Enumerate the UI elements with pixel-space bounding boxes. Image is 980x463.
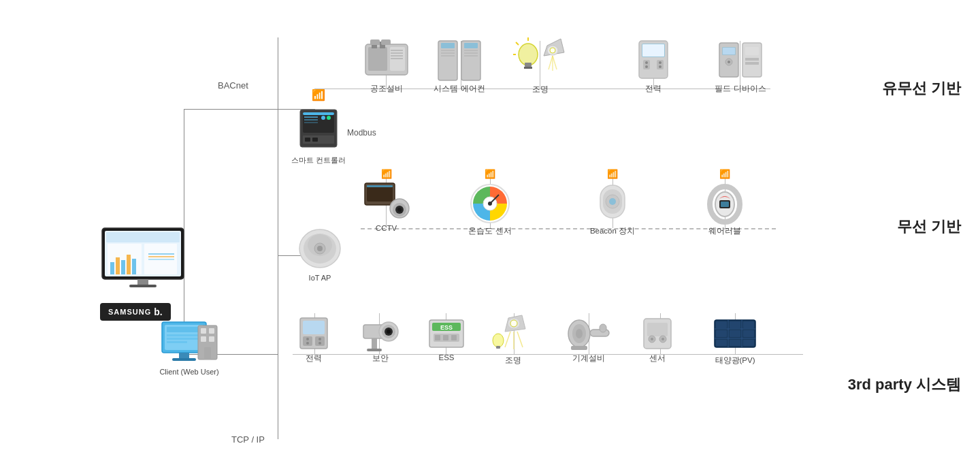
svg-line-70 (516, 42, 519, 45)
device-hvac: 공조설비 (361, 37, 412, 94)
svg-rect-114 (721, 202, 729, 207)
tp-device-ess: ESS ESS (422, 315, 471, 362)
svg-rect-8 (127, 255, 131, 274)
svg-rect-52 (391, 50, 403, 51)
svg-rect-90 (723, 48, 735, 54)
client-label: Client (Web User) (159, 368, 218, 376)
svg-point-110 (609, 198, 616, 205)
svg-rect-59 (441, 52, 455, 54)
svg-text:ESS: ESS (440, 324, 453, 331)
samsung-symbol: b. (154, 306, 162, 317)
device-beacon: 📶 Beacon 장치 (584, 169, 641, 236)
tp-device-solar: 태양광(PV) (708, 315, 762, 366)
svg-rect-64 (441, 43, 455, 48)
svg-rect-97 (367, 185, 393, 202)
svg-rect-116 (303, 321, 325, 334)
device-cctv: 📶 CCTV (361, 169, 412, 232)
svg-rect-18 (304, 116, 318, 118)
svg-rect-63 (464, 55, 478, 57)
svg-rect-135 (443, 335, 448, 340)
hvac-label: 공조설비 (370, 84, 403, 94)
device-power: 전력 (626, 37, 681, 94)
device-temp-sensor: 📶 온습도 센서 (463, 169, 517, 236)
beacon-label: Beacon 장치 (590, 226, 635, 236)
svg-rect-165 (716, 330, 727, 337)
svg-rect-80 (642, 44, 664, 57)
temp-sensor-label: 온습도 센서 (468, 226, 511, 236)
svg-rect-129 (367, 349, 382, 351)
wifi-icon-controller: 📶 (312, 89, 325, 101)
svg-rect-65 (464, 43, 478, 48)
svg-rect-42 (201, 336, 206, 342)
svg-point-86 (659, 65, 662, 68)
device-field: 필드 디바이스 (713, 37, 768, 94)
main-vertical-line (278, 37, 278, 439)
lighting-label: 조명 (532, 84, 549, 95)
tp-mechanical-label: 기계설비 (572, 353, 605, 364)
svg-rect-50 (370, 39, 380, 45)
svg-point-30 (317, 246, 323, 251)
top-cross-line (184, 109, 278, 110)
svg-point-85 (659, 61, 662, 64)
svg-point-122 (318, 342, 321, 345)
svg-rect-7 (121, 260, 125, 274)
svg-rect-166 (730, 330, 740, 337)
modbus-label: Modbus (347, 128, 376, 138)
svg-rect-43 (209, 336, 214, 342)
tp-device-mechanical: 기계설비 (561, 315, 616, 364)
tp-solar-label: 태양광(PV) (715, 355, 755, 366)
svg-rect-33 (167, 327, 201, 332)
power-label: 전력 (645, 84, 662, 94)
tp-device-security: 보안 (356, 315, 405, 364)
svg-rect-93 (745, 47, 759, 55)
svg-point-92 (728, 61, 730, 63)
tp-lighting-label: 조명 (505, 355, 521, 366)
svg-rect-2 (106, 232, 180, 242)
svg-point-143 (493, 334, 504, 347)
cctv-label: CCTV (376, 224, 397, 232)
svg-rect-11 (148, 256, 174, 257)
svg-rect-98 (367, 185, 393, 187)
tp-device-lighting: 조명 (489, 310, 538, 366)
svg-rect-14 (129, 285, 157, 287)
tp-device-power: 전력 (289, 315, 338, 364)
samsung-brand: SAMSUNG (108, 308, 151, 316)
svg-rect-13 (137, 279, 148, 285)
svg-rect-6 (116, 257, 120, 274)
section-wireless-label: 무선 기반 (897, 217, 961, 237)
svg-rect-58 (441, 50, 455, 51)
wifi-icon-temp: 📶 (485, 169, 495, 179)
svg-point-102 (397, 208, 402, 212)
svg-point-156 (662, 338, 664, 340)
svg-rect-128 (372, 338, 377, 349)
tp-device-sensor: 센서 (633, 315, 682, 364)
svg-rect-46 (368, 47, 387, 71)
svg-rect-150 (571, 346, 587, 350)
svg-rect-67 (525, 63, 532, 67)
svg-rect-35 (167, 338, 201, 340)
device-aircon: 시스템 에어컨 (432, 37, 487, 94)
svg-rect-37 (179, 353, 189, 358)
smart-controller-label: 스마트 컨트롤러 (291, 155, 346, 165)
svg-point-121 (318, 338, 321, 340)
bms-monitor-icon (95, 225, 191, 293)
svg-point-21 (321, 116, 325, 120)
svg-rect-10 (148, 253, 174, 255)
svg-line-75 (549, 56, 553, 69)
svg-point-66 (519, 44, 538, 65)
svg-rect-54 (391, 55, 403, 57)
svg-point-22 (327, 116, 331, 120)
svg-line-140 (505, 332, 510, 347)
wifi-icon-wearable: 📶 (719, 169, 730, 179)
svg-rect-167 (743, 330, 754, 337)
svg-rect-60 (441, 55, 455, 57)
svg-point-120 (306, 342, 309, 345)
svg-rect-12 (148, 259, 174, 260)
diagram-container: BACnet Modbus TCP / IP (0, 0, 980, 463)
svg-rect-170 (743, 340, 754, 346)
tp-ess-label: ESS (438, 353, 454, 362)
smart-controller-icon: 📶 스마트 컨트롤러 (291, 89, 346, 165)
client-icon: Client (Web User) (155, 319, 223, 376)
svg-point-106 (488, 202, 492, 206)
svg-rect-95 (745, 62, 759, 65)
